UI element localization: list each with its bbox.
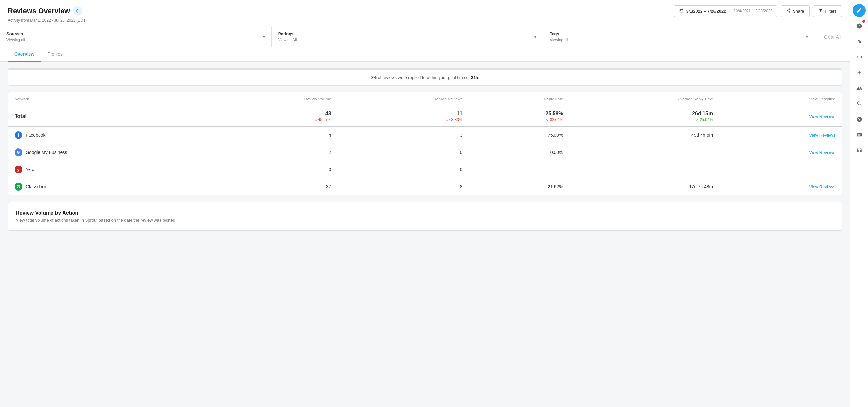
gmb-network-cell: G Google My Business — [8, 144, 213, 161]
total-review-volume: 43 ↘ 45.57% — [213, 106, 338, 127]
search-icon[interactable] — [853, 97, 866, 110]
people-icon[interactable] — [853, 82, 866, 95]
help-icon[interactable] — [853, 113, 866, 126]
sources-chevron-icon: ▾ — [263, 35, 265, 39]
facebook-view-reviews-link[interactable]: View Reviews — [809, 133, 835, 138]
total-replied-reviews: 11 ↘ 63.33% — [338, 106, 469, 127]
share-icon — [786, 8, 791, 14]
col-replied-reviews[interactable]: Replied Reviews — [338, 92, 469, 106]
table-row: y Yelp 0 0 — — [8, 161, 842, 178]
facebook-icon: f — [14, 131, 22, 139]
calendar-icon — [679, 8, 684, 14]
alert-icon[interactable] — [853, 20, 866, 32]
glassdoor-replied-reviews: 8 — [338, 178, 469, 195]
yelp-reply-rate: — — [469, 161, 569, 178]
total-reply-rate: 25.58% ↘ 32.64% — [469, 106, 569, 127]
ratings-chevron-icon: ▾ — [534, 35, 536, 39]
yelp-replied-reviews: 0 — [338, 161, 469, 178]
glassdoor-network-cell: G Glassdoor — [8, 178, 213, 195]
facebook-replied-reviews: 3 — [338, 127, 469, 144]
col-reply-rate[interactable]: Reply Rate — [469, 92, 569, 106]
tabs-bar: Overview Profiles — [0, 47, 850, 62]
col-avg-reply-time[interactable]: Average Reply Time — [570, 92, 720, 106]
header-actions: 3/1/2022 – 7/26/2022 vs 10/4/2021 – 2/28… — [674, 5, 842, 17]
reply-goal-text: 0% of reviews were replied to within you… — [8, 70, 842, 85]
total-avg-reply-time: 26d 15m ↗ 25.04% — [570, 106, 720, 127]
reply-goal-percent: 0% — [371, 75, 377, 80]
tab-profiles[interactable]: Profiles — [41, 47, 69, 62]
tags-filter[interactable]: Tags Viewing all ▾ — [543, 27, 815, 47]
filters-icon — [818, 8, 823, 14]
edit-icon[interactable] — [853, 4, 866, 17]
tab-overview[interactable]: Overview — [8, 47, 41, 62]
reply-goal-time: 24h — [471, 75, 478, 80]
table-row: G Google My Business 2 0 0.00% — [8, 144, 842, 161]
glassdoor-view-reviews[interactable]: View Reviews — [719, 178, 842, 195]
total-avg-reply-time-sub: ↗ 25.04% — [576, 117, 713, 122]
review-volume-card: Review Volume by Action View total volum… — [8, 202, 842, 231]
main-content: Reviews Overview 3/1/2022 – 7/26/2022 vs… — [0, 0, 850, 407]
gmb-view-reviews-link[interactable]: View Reviews — [809, 150, 835, 155]
share-button[interactable]: Share — [780, 5, 810, 17]
total-view-reviews[interactable]: View Reviews — [719, 106, 842, 127]
reply-goal-card: 0% of reviews were replied to within you… — [8, 68, 842, 86]
yelp-network-cell: y Yelp — [8, 161, 213, 178]
glassdoor-avg-reply-time: 17d 7h 48m — [570, 178, 720, 195]
yelp-avg-reply-time: — — [570, 161, 720, 178]
gmb-icon: G — [14, 148, 22, 156]
glassdoor-view-reviews-link[interactable]: View Reviews — [809, 184, 835, 189]
date-range-vs: vs 10/4/2021 – 2/28/2022 — [728, 9, 772, 13]
facebook-network-cell: f Facebook — [8, 127, 213, 144]
keyboard-icon[interactable] — [853, 128, 866, 141]
share-label: Share — [793, 9, 804, 13]
yelp-icon: y — [14, 166, 22, 173]
table-row: G Glassdoor 37 8 21.62% — [8, 178, 842, 195]
header: Reviews Overview 3/1/2022 – 7/26/2022 vs… — [0, 0, 850, 27]
glassdoor-review-volume: 37 — [213, 178, 338, 195]
filter-bar: Sources Viewing all ▾ Ratings Viewing Al… — [0, 27, 850, 47]
clear-all-button[interactable]: Clear All — [815, 27, 850, 47]
header-subtitle: Activity from Mar 1, 2022 - Jul 26, 2022… — [8, 18, 842, 23]
total-replied-reviews-sub: ↘ 63.33% — [344, 117, 463, 122]
filters-button[interactable]: Filters — [813, 5, 842, 17]
add-icon[interactable] — [853, 66, 866, 79]
tags-chevron-icon: ▾ — [806, 35, 808, 39]
total-reply-rate-sub: ↘ 32.64% — [475, 117, 563, 122]
date-range-main: 3/1/2022 – 7/26/2022 — [686, 9, 726, 13]
filters-label: Filters — [825, 9, 837, 13]
headset-icon[interactable] — [853, 144, 866, 157]
glassdoor-reply-rate: 21.62% — [469, 178, 569, 195]
sync-icon[interactable] — [73, 6, 82, 16]
facebook-view-reviews[interactable]: View Reviews — [719, 127, 842, 144]
tags-value: Viewing all — [550, 37, 568, 42]
network-data-card: Network Review Volume Replied Reviews Re… — [8, 92, 842, 195]
gmb-view-reviews[interactable]: View Reviews — [719, 144, 842, 161]
gmb-reply-rate: 0.00% — [469, 144, 569, 161]
ratings-label: Ratings — [278, 31, 297, 36]
tags-label: Tags — [550, 31, 568, 36]
facebook-review-volume: 4 — [213, 127, 338, 144]
gmb-review-volume: 2 — [213, 144, 338, 161]
sources-label: Sources — [6, 31, 25, 36]
col-review-volume[interactable]: Review Volume — [213, 92, 338, 106]
table-row: f Facebook 4 3 75.00% — [8, 127, 842, 144]
reply-goal-end: . — [478, 75, 479, 80]
gmb-avg-reply-time: — — [570, 144, 720, 161]
network-table: Network Review Volume Replied Reviews Re… — [8, 92, 842, 195]
connect-icon[interactable] — [853, 35, 866, 48]
col-network: Network — [8, 92, 213, 106]
sources-filter[interactable]: Sources Viewing all ▾ — [0, 27, 272, 47]
gmb-replied-reviews: 0 — [338, 144, 469, 161]
sources-value: Viewing all — [6, 37, 25, 42]
total-view-reviews-link[interactable]: View Reviews — [809, 114, 835, 119]
facebook-reply-rate: 75.00% — [469, 127, 569, 144]
table-header-row: Network Review Volume Replied Reviews Re… — [8, 92, 842, 106]
page-body: 0% of reviews were replied to within you… — [0, 62, 850, 237]
right-sidebar — [850, 0, 868, 407]
yelp-view-reviews-dash: — — [831, 167, 835, 172]
link-icon[interactable] — [853, 51, 866, 63]
date-range-button[interactable]: 3/1/2022 – 7/26/2022 vs 10/4/2021 – 2/28… — [674, 5, 777, 17]
page-title: Reviews Overview — [8, 7, 70, 15]
col-view-unreplied: View Unreplied — [719, 92, 842, 106]
ratings-filter[interactable]: Ratings Viewing All ▾ — [272, 27, 544, 47]
